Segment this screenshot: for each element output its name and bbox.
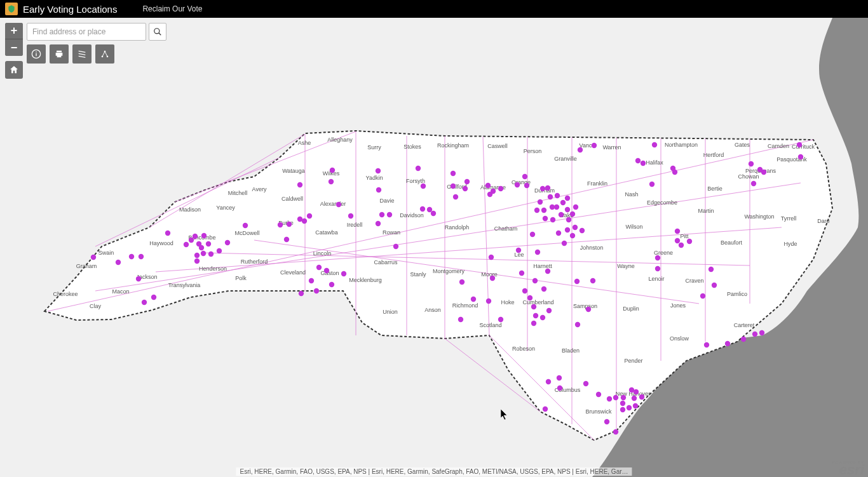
voting-location-marker[interactable] bbox=[201, 251, 206, 256]
voting-location-marker[interactable] bbox=[302, 218, 307, 224]
voting-location-marker[interactable] bbox=[194, 253, 200, 258]
voting-location-marker[interactable] bbox=[189, 238, 194, 243]
voting-location-marker[interactable] bbox=[453, 194, 458, 199]
voting-location-marker[interactable] bbox=[575, 322, 580, 327]
voting-location-marker[interactable] bbox=[498, 186, 503, 191]
voting-location-marker[interactable] bbox=[629, 387, 634, 393]
voting-location-marker[interactable] bbox=[534, 208, 539, 213]
voting-location-marker[interactable] bbox=[538, 199, 543, 205]
voting-location-marker[interactable] bbox=[562, 241, 567, 246]
voting-location-marker[interactable] bbox=[393, 244, 398, 249]
voting-location-marker[interactable] bbox=[225, 240, 230, 245]
voting-location-marker[interactable] bbox=[583, 381, 588, 386]
voting-location-marker[interactable] bbox=[565, 196, 570, 201]
voting-location-marker[interactable] bbox=[184, 242, 189, 247]
voting-location-marker[interactable] bbox=[550, 217, 555, 222]
voting-location-marker[interactable] bbox=[545, 269, 550, 274]
voting-location-marker[interactable] bbox=[557, 386, 562, 391]
voting-location-marker[interactable] bbox=[490, 276, 495, 281]
voting-location-marker[interactable] bbox=[655, 255, 660, 260]
voting-location-marker[interactable] bbox=[620, 407, 625, 412]
voting-location-marker[interactable] bbox=[376, 187, 381, 192]
voting-location-marker[interactable] bbox=[316, 265, 322, 270]
voting-location-marker[interactable] bbox=[554, 205, 559, 210]
voting-location-marker[interactable] bbox=[675, 229, 680, 234]
voting-location-marker[interactable] bbox=[545, 185, 550, 191]
voting-location-marker[interactable] bbox=[672, 170, 677, 175]
voting-location-marker[interactable] bbox=[421, 184, 426, 189]
voting-location-marker[interactable] bbox=[586, 307, 591, 312]
voting-location-marker[interactable] bbox=[329, 179, 334, 184]
voting-location-marker[interactable] bbox=[491, 189, 496, 194]
voting-location-marker[interactable] bbox=[208, 252, 214, 257]
voting-location-marker[interactable] bbox=[151, 295, 156, 300]
voting-location-marker[interactable] bbox=[427, 207, 432, 212]
voting-location-marker[interactable] bbox=[515, 182, 520, 187]
voting-location-marker[interactable] bbox=[516, 248, 521, 253]
voting-location-marker[interactable] bbox=[165, 231, 170, 236]
voting-location-marker[interactable] bbox=[613, 395, 618, 400]
voting-location-marker[interactable] bbox=[129, 254, 134, 259]
voting-location-marker[interactable] bbox=[519, 271, 524, 276]
voting-location-marker[interactable] bbox=[613, 429, 618, 434]
voting-location-marker[interactable] bbox=[243, 223, 248, 228]
voting-location-marker[interactable] bbox=[559, 212, 564, 217]
voting-location-marker[interactable] bbox=[607, 396, 612, 401]
voting-location-marker[interactable] bbox=[485, 183, 491, 188]
voting-location-marker[interactable] bbox=[709, 267, 714, 272]
voting-location-marker[interactable] bbox=[627, 405, 632, 410]
voting-location-marker[interactable] bbox=[675, 238, 680, 243]
voting-location-marker[interactable] bbox=[565, 227, 570, 232]
voting-location-marker[interactable] bbox=[91, 255, 96, 260]
voting-location-marker[interactable] bbox=[527, 295, 532, 300]
voting-location-marker[interactable] bbox=[471, 297, 476, 302]
voting-location-marker[interactable] bbox=[704, 342, 709, 347]
print-button[interactable] bbox=[50, 44, 69, 64]
voting-location-marker[interactable] bbox=[570, 233, 575, 238]
zoom-out-button[interactable]: − bbox=[5, 39, 23, 56]
map-container[interactable]: + − bbox=[0, 18, 868, 477]
search-input[interactable] bbox=[27, 23, 146, 41]
voting-location-marker[interactable] bbox=[217, 248, 222, 253]
voting-location-marker[interactable] bbox=[751, 181, 756, 186]
voting-location-marker[interactable] bbox=[489, 255, 494, 260]
voting-location-marker[interactable] bbox=[560, 200, 566, 205]
voting-location-marker[interactable] bbox=[193, 234, 198, 239]
voting-location-marker[interactable] bbox=[307, 213, 312, 218]
voting-location-marker[interactable] bbox=[201, 233, 207, 238]
voting-location-marker[interactable] bbox=[725, 341, 730, 346]
voting-location-marker[interactable] bbox=[540, 315, 545, 320]
voting-location-marker[interactable] bbox=[592, 143, 597, 148]
voting-location-marker[interactable] bbox=[451, 171, 456, 176]
voting-location-marker[interactable] bbox=[284, 237, 289, 242]
voting-location-marker[interactable] bbox=[416, 166, 421, 171]
voting-location-marker[interactable] bbox=[570, 212, 575, 217]
voting-location-marker[interactable] bbox=[741, 337, 746, 342]
voting-location-marker[interactable] bbox=[541, 208, 546, 213]
voting-location-marker[interactable] bbox=[522, 174, 527, 179]
zoom-in-button[interactable]: + bbox=[5, 23, 23, 39]
voting-location-marker[interactable] bbox=[541, 286, 546, 292]
voting-location-marker[interactable] bbox=[278, 222, 283, 227]
voting-location-marker[interactable] bbox=[578, 147, 583, 152]
voting-location-marker[interactable] bbox=[451, 184, 456, 189]
voting-location-marker[interactable] bbox=[465, 179, 470, 184]
voting-location-marker[interactable] bbox=[199, 245, 204, 250]
voting-location-marker[interactable] bbox=[116, 260, 121, 265]
voting-location-marker[interactable] bbox=[757, 167, 763, 172]
voting-location-marker[interactable] bbox=[712, 283, 717, 288]
voting-location-marker[interactable] bbox=[309, 278, 314, 283]
voting-location-marker[interactable] bbox=[459, 279, 465, 285]
voting-location-marker[interactable] bbox=[546, 308, 552, 313]
voting-location-marker[interactable] bbox=[649, 182, 654, 187]
voting-location-marker[interactable] bbox=[687, 239, 692, 244]
voting-location-marker[interactable] bbox=[524, 183, 529, 188]
voting-location-marker[interactable] bbox=[565, 207, 570, 212]
voting-location-marker[interactable] bbox=[498, 317, 503, 322]
voting-location-marker[interactable] bbox=[590, 278, 595, 283]
voting-location-marker[interactable] bbox=[574, 279, 580, 284]
voting-location-marker[interactable] bbox=[621, 395, 626, 400]
voting-location-marker[interactable] bbox=[555, 193, 560, 198]
voting-location-marker[interactable] bbox=[330, 168, 335, 173]
voting-location-marker[interactable] bbox=[580, 228, 585, 233]
